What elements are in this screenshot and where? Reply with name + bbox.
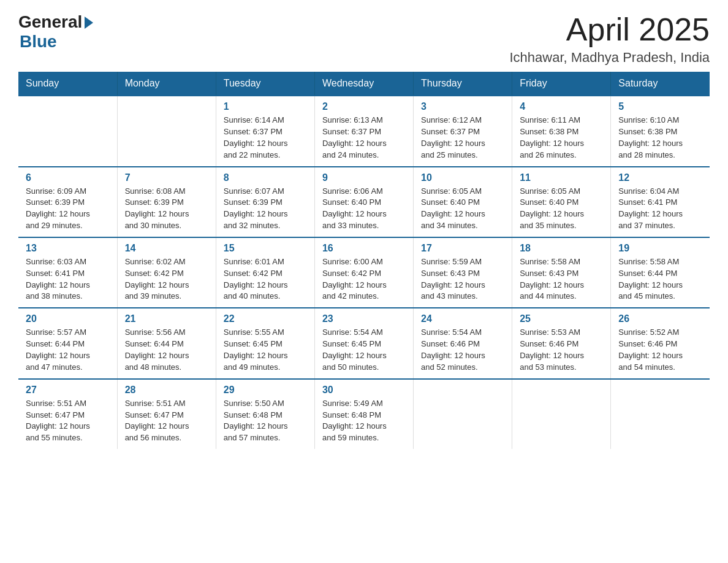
day-info: Sunrise: 5:53 AMSunset: 6:46 PMDaylight:… [520, 327, 603, 373]
day-number: 28 [125, 385, 208, 396]
calendar-cell: 24Sunrise: 5:54 AMSunset: 6:46 PMDayligh… [414, 308, 512, 378]
day-info: Sunrise: 5:54 AMSunset: 6:45 PMDaylight:… [322, 327, 406, 373]
day-number: 30 [322, 385, 406, 396]
day-info: Sunrise: 5:55 AMSunset: 6:45 PMDaylight:… [224, 327, 307, 373]
calendar-table: SundayMondayTuesdayWednesdayThursdayFrid… [18, 72, 710, 449]
day-number: 24 [421, 313, 504, 324]
day-info: Sunrise: 5:59 AMSunset: 6:43 PMDaylight:… [421, 256, 504, 302]
day-info: Sunrise: 5:57 AMSunset: 6:44 PMDaylight:… [26, 327, 110, 373]
day-number: 9 [322, 172, 406, 183]
location-subtitle: Ichhawar, Madhya Pradesh, India [509, 50, 710, 66]
calendar-cell: 28Sunrise: 5:51 AMSunset: 6:47 PMDayligh… [117, 379, 216, 449]
day-number: 2 [322, 101, 406, 112]
weekday-header-tuesday: Tuesday [216, 72, 314, 96]
day-number: 15 [224, 243, 307, 254]
calendar-week-row: 6Sunrise: 6:09 AMSunset: 6:39 PMDaylight… [18, 167, 710, 237]
day-info: Sunrise: 6:10 AMSunset: 6:38 PMDaylight:… [618, 115, 702, 161]
calendar-cell: 5Sunrise: 6:10 AMSunset: 6:38 PMDaylight… [611, 96, 710, 166]
calendar-cell: 17Sunrise: 5:59 AMSunset: 6:43 PMDayligh… [414, 237, 512, 308]
day-number: 6 [26, 172, 110, 183]
calendar-cell: 21Sunrise: 5:56 AMSunset: 6:44 PMDayligh… [117, 308, 216, 378]
day-number: 21 [125, 313, 208, 324]
calendar-cell: 6Sunrise: 6:09 AMSunset: 6:39 PMDaylight… [18, 167, 117, 237]
day-number: 19 [618, 243, 702, 254]
day-number: 10 [421, 172, 504, 183]
calendar-cell: 11Sunrise: 6:05 AMSunset: 6:40 PMDayligh… [512, 167, 611, 237]
day-info: Sunrise: 5:49 AMSunset: 6:48 PMDaylight:… [322, 398, 406, 444]
logo: General Blue [18, 12, 93, 52]
day-info: Sunrise: 6:05 AMSunset: 6:40 PMDaylight:… [520, 186, 603, 232]
calendar-cell: 18Sunrise: 5:58 AMSunset: 6:43 PMDayligh… [512, 237, 611, 308]
calendar-cell: 29Sunrise: 5:50 AMSunset: 6:48 PMDayligh… [216, 379, 314, 449]
day-number: 8 [224, 172, 307, 183]
day-number: 4 [520, 101, 603, 112]
day-info: Sunrise: 6:11 AMSunset: 6:38 PMDaylight:… [520, 115, 603, 161]
day-number: 29 [224, 385, 307, 396]
day-info: Sunrise: 6:03 AMSunset: 6:41 PMDaylight:… [26, 256, 110, 302]
day-number: 1 [224, 101, 307, 112]
day-number: 27 [26, 385, 110, 396]
calendar-cell: 22Sunrise: 5:55 AMSunset: 6:45 PMDayligh… [216, 308, 314, 378]
calendar-week-row: 20Sunrise: 5:57 AMSunset: 6:44 PMDayligh… [18, 308, 710, 378]
page-header: General Blue April 2025 Ichhawar, Madhya… [18, 12, 710, 66]
day-info: Sunrise: 6:05 AMSunset: 6:40 PMDaylight:… [421, 186, 504, 232]
day-number: 7 [125, 172, 208, 183]
day-number: 3 [421, 101, 504, 112]
day-number: 16 [322, 243, 406, 254]
day-info: Sunrise: 5:58 AMSunset: 6:43 PMDaylight:… [520, 256, 603, 302]
calendar-cell: 2Sunrise: 6:13 AMSunset: 6:37 PMDaylight… [314, 96, 413, 166]
day-info: Sunrise: 6:14 AMSunset: 6:37 PMDaylight:… [224, 115, 307, 161]
month-year-title: April 2025 [509, 12, 710, 47]
calendar-cell: 16Sunrise: 6:00 AMSunset: 6:42 PMDayligh… [314, 237, 413, 308]
calendar-cell [611, 379, 710, 449]
day-number: 18 [520, 243, 603, 254]
weekday-header-monday: Monday [117, 72, 216, 96]
weekday-header-friday: Friday [512, 72, 611, 96]
day-info: Sunrise: 5:52 AMSunset: 6:46 PMDaylight:… [618, 327, 702, 373]
calendar-cell: 19Sunrise: 5:58 AMSunset: 6:44 PMDayligh… [611, 237, 710, 308]
calendar-cell: 8Sunrise: 6:07 AMSunset: 6:39 PMDaylight… [216, 167, 314, 237]
calendar-cell: 15Sunrise: 6:01 AMSunset: 6:42 PMDayligh… [216, 237, 314, 308]
calendar-cell: 7Sunrise: 6:08 AMSunset: 6:39 PMDaylight… [117, 167, 216, 237]
weekday-header-wednesday: Wednesday [314, 72, 413, 96]
calendar-cell: 26Sunrise: 5:52 AMSunset: 6:46 PMDayligh… [611, 308, 710, 378]
logo-general-text: General [18, 12, 82, 32]
calendar-cell: 25Sunrise: 5:53 AMSunset: 6:46 PMDayligh… [512, 308, 611, 378]
weekday-header-row: SundayMondayTuesdayWednesdayThursdayFrid… [18, 72, 710, 96]
day-info: Sunrise: 5:54 AMSunset: 6:46 PMDaylight:… [421, 327, 504, 373]
day-number: 13 [26, 243, 110, 254]
day-info: Sunrise: 5:56 AMSunset: 6:44 PMDaylight:… [125, 327, 208, 373]
title-block: April 2025 Ichhawar, Madhya Pradesh, Ind… [509, 12, 710, 66]
day-info: Sunrise: 6:08 AMSunset: 6:39 PMDaylight:… [125, 186, 208, 232]
logo-blue-text: Blue [20, 32, 57, 52]
calendar-cell: 20Sunrise: 5:57 AMSunset: 6:44 PMDayligh… [18, 308, 117, 378]
day-number: 26 [618, 313, 702, 324]
calendar-week-row: 1Sunrise: 6:14 AMSunset: 6:37 PMDaylight… [18, 96, 710, 166]
calendar-cell: 30Sunrise: 5:49 AMSunset: 6:48 PMDayligh… [314, 379, 413, 449]
day-info: Sunrise: 6:06 AMSunset: 6:40 PMDaylight:… [322, 186, 406, 232]
day-number: 23 [322, 313, 406, 324]
day-number: 14 [125, 243, 208, 254]
calendar-cell: 14Sunrise: 6:02 AMSunset: 6:42 PMDayligh… [117, 237, 216, 308]
day-info: Sunrise: 6:04 AMSunset: 6:41 PMDaylight:… [618, 186, 702, 232]
calendar-cell: 10Sunrise: 6:05 AMSunset: 6:40 PMDayligh… [414, 167, 512, 237]
calendar-body: 1Sunrise: 6:14 AMSunset: 6:37 PMDaylight… [18, 96, 710, 449]
day-info: Sunrise: 5:58 AMSunset: 6:44 PMDaylight:… [618, 256, 702, 302]
day-info: Sunrise: 5:51 AMSunset: 6:47 PMDaylight:… [125, 398, 208, 444]
day-info: Sunrise: 6:01 AMSunset: 6:42 PMDaylight:… [224, 256, 307, 302]
logo-arrow-icon [85, 17, 93, 29]
calendar-cell: 1Sunrise: 6:14 AMSunset: 6:37 PMDaylight… [216, 96, 314, 166]
calendar-cell: 3Sunrise: 6:12 AMSunset: 6:37 PMDaylight… [414, 96, 512, 166]
calendar-cell: 4Sunrise: 6:11 AMSunset: 6:38 PMDaylight… [512, 96, 611, 166]
calendar-cell: 23Sunrise: 5:54 AMSunset: 6:45 PMDayligh… [314, 308, 413, 378]
calendar-cell: 12Sunrise: 6:04 AMSunset: 6:41 PMDayligh… [611, 167, 710, 237]
day-info: Sunrise: 6:12 AMSunset: 6:37 PMDaylight:… [421, 115, 504, 161]
day-info: Sunrise: 6:02 AMSunset: 6:42 PMDaylight:… [125, 256, 208, 302]
day-info: Sunrise: 6:09 AMSunset: 6:39 PMDaylight:… [26, 186, 110, 232]
day-number: 5 [618, 101, 702, 112]
calendar-cell [18, 96, 117, 166]
day-number: 20 [26, 313, 110, 324]
day-info: Sunrise: 5:50 AMSunset: 6:48 PMDaylight:… [224, 398, 307, 444]
weekday-header-thursday: Thursday [414, 72, 512, 96]
day-info: Sunrise: 6:13 AMSunset: 6:37 PMDaylight:… [322, 115, 406, 161]
